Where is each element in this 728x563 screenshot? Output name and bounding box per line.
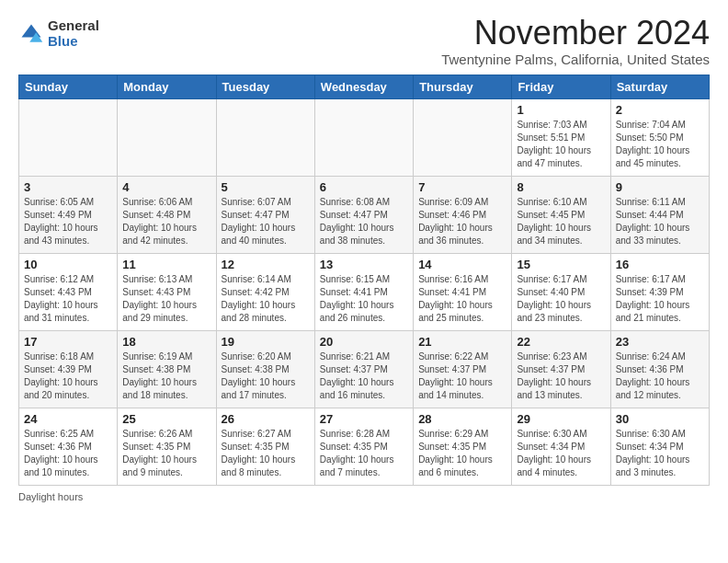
day-info: Sunrise: 6:10 AM Sunset: 4:45 PM Dayligh… [517, 196, 605, 247]
day-number: 12 [222, 258, 310, 271]
calendar-cell: 6Sunrise: 6:08 AM Sunset: 4:47 PM Daylig… [314, 176, 413, 253]
calendar-cell: 29Sunrise: 6:30 AM Sunset: 4:34 PM Dayli… [512, 408, 610, 485]
day-info: Sunrise: 6:30 AM Sunset: 4:34 PM Dayligh… [616, 428, 704, 479]
day-info: Sunrise: 6:07 AM Sunset: 4:47 PM Dayligh… [222, 196, 310, 247]
day-info: Sunrise: 6:28 AM Sunset: 4:35 PM Dayligh… [320, 428, 408, 479]
day-info: Sunrise: 6:23 AM Sunset: 4:37 PM Dayligh… [517, 350, 605, 402]
day-info: Sunrise: 6:20 AM Sunset: 4:38 PM Dayligh… [222, 350, 310, 402]
day-number: 11 [122, 258, 210, 271]
day-number: 7 [418, 180, 506, 194]
calendar-cell [414, 98, 512, 176]
day-info: Sunrise: 6:16 AM Sunset: 4:41 PM Dayligh… [418, 273, 506, 325]
day-number: 3 [24, 180, 112, 194]
calendar-cell: 1Sunrise: 7:03 AM Sunset: 5:51 PM Daylig… [512, 98, 610, 176]
day-number: 28 [418, 412, 506, 426]
calendar-cell: 28Sunrise: 6:29 AM Sunset: 4:35 PM Dayli… [414, 408, 512, 485]
day-info: Sunrise: 6:08 AM Sunset: 4:47 PM Dayligh… [320, 196, 408, 247]
day-number: 2 [616, 103, 704, 117]
day-number: 5 [222, 180, 310, 194]
calendar-cell [216, 98, 314, 176]
day-number: 15 [517, 258, 605, 271]
day-info: Sunrise: 6:15 AM Sunset: 4:41 PM Dayligh… [320, 273, 408, 325]
day-info: Sunrise: 6:30 AM Sunset: 4:34 PM Dayligh… [517, 428, 605, 479]
calendar-cell: 24Sunrise: 6:25 AM Sunset: 4:36 PM Dayli… [19, 408, 118, 485]
day-info: Sunrise: 6:13 AM Sunset: 4:43 PM Dayligh… [122, 273, 210, 325]
title-area: November 2024 Twentynine Palms, Californ… [441, 15, 710, 67]
calendar-cell: 13Sunrise: 6:15 AM Sunset: 4:41 PM Dayli… [314, 253, 413, 330]
day-number: 16 [616, 258, 704, 271]
column-header-saturday: Saturday [610, 75, 709, 98]
day-number: 30 [616, 412, 704, 426]
day-number: 29 [517, 412, 605, 426]
day-info: Sunrise: 6:18 AM Sunset: 4:39 PM Dayligh… [24, 350, 112, 402]
month-title: November 2024 [441, 15, 710, 52]
week-row-2: 3Sunrise: 6:05 AM Sunset: 4:49 PM Daylig… [19, 176, 710, 253]
week-row-4: 17Sunrise: 6:18 AM Sunset: 4:39 PM Dayli… [19, 330, 710, 408]
day-number: 13 [320, 258, 408, 271]
day-info: Sunrise: 6:11 AM Sunset: 4:44 PM Dayligh… [616, 196, 704, 247]
day-info: Sunrise: 7:04 AM Sunset: 5:50 PM Dayligh… [616, 119, 704, 170]
day-number: 26 [222, 412, 310, 426]
week-row-1: 1Sunrise: 7:03 AM Sunset: 5:51 PM Daylig… [19, 98, 710, 176]
calendar-cell [19, 98, 118, 176]
day-info: Sunrise: 6:05 AM Sunset: 4:49 PM Dayligh… [24, 196, 112, 247]
day-info: Sunrise: 6:17 AM Sunset: 4:40 PM Dayligh… [517, 273, 605, 325]
column-header-wednesday: Wednesday [314, 75, 413, 98]
day-number: 17 [24, 335, 112, 349]
calendar-cell: 22Sunrise: 6:23 AM Sunset: 4:37 PM Dayli… [512, 330, 610, 408]
day-info: Sunrise: 6:24 AM Sunset: 4:36 PM Dayligh… [616, 350, 704, 402]
calendar-cell: 2Sunrise: 7:04 AM Sunset: 5:50 PM Daylig… [610, 98, 709, 176]
calendar-cell: 26Sunrise: 6:27 AM Sunset: 4:35 PM Dayli… [216, 408, 314, 485]
calendar-cell: 15Sunrise: 6:17 AM Sunset: 4:40 PM Dayli… [512, 253, 610, 330]
calendar-cell: 23Sunrise: 6:24 AM Sunset: 4:36 PM Dayli… [610, 330, 709, 408]
calendar-cell: 18Sunrise: 6:19 AM Sunset: 4:38 PM Dayli… [118, 330, 216, 408]
logo-text: General Blue [48, 18, 99, 49]
week-row-5: 24Sunrise: 6:25 AM Sunset: 4:36 PM Dayli… [19, 408, 710, 485]
day-info: Sunrise: 6:09 AM Sunset: 4:46 PM Dayligh… [418, 196, 506, 247]
calendar-cell: 14Sunrise: 6:16 AM Sunset: 4:41 PM Dayli… [414, 253, 512, 330]
column-header-monday: Monday [118, 75, 216, 98]
day-info: Sunrise: 7:03 AM Sunset: 5:51 PM Dayligh… [517, 119, 605, 170]
calendar-cell: 20Sunrise: 6:21 AM Sunset: 4:37 PM Dayli… [314, 330, 413, 408]
day-info: Sunrise: 6:17 AM Sunset: 4:39 PM Dayligh… [616, 273, 704, 325]
day-number: 18 [122, 335, 210, 349]
day-number: 10 [24, 258, 112, 271]
day-number: 19 [222, 335, 310, 349]
day-number: 8 [517, 180, 605, 194]
calendar-cell: 30Sunrise: 6:30 AM Sunset: 4:34 PM Dayli… [610, 408, 709, 485]
day-info: Sunrise: 6:14 AM Sunset: 4:42 PM Dayligh… [222, 273, 310, 325]
calendar-cell [118, 98, 216, 176]
day-info: Sunrise: 6:29 AM Sunset: 4:35 PM Dayligh… [418, 428, 506, 479]
page: General Blue November 2024 Twentynine Pa… [0, 0, 728, 511]
day-number: 20 [320, 335, 408, 349]
calendar-cell: 25Sunrise: 6:26 AM Sunset: 4:35 PM Dayli… [118, 408, 216, 485]
day-number: 27 [320, 412, 408, 426]
day-number: 14 [418, 258, 506, 271]
calendar-cell: 12Sunrise: 6:14 AM Sunset: 4:42 PM Dayli… [216, 253, 314, 330]
day-number: 1 [517, 103, 605, 117]
calendar-header-row: SundayMondayTuesdayWednesdayThursdayFrid… [19, 75, 710, 98]
day-number: 24 [24, 412, 112, 426]
day-number: 4 [122, 180, 210, 194]
day-info: Sunrise: 6:21 AM Sunset: 4:37 PM Dayligh… [320, 350, 408, 402]
day-number: 9 [616, 180, 704, 194]
calendar-cell: 3Sunrise: 6:05 AM Sunset: 4:49 PM Daylig… [19, 176, 118, 253]
calendar-cell: 5Sunrise: 6:07 AM Sunset: 4:47 PM Daylig… [216, 176, 314, 253]
day-number: 22 [517, 335, 605, 349]
day-info: Sunrise: 6:26 AM Sunset: 4:35 PM Dayligh… [122, 428, 210, 479]
day-info: Sunrise: 6:27 AM Sunset: 4:35 PM Dayligh… [222, 428, 310, 479]
logo-general-label: General [48, 18, 99, 34]
calendar-cell: 19Sunrise: 6:20 AM Sunset: 4:38 PM Dayli… [216, 330, 314, 408]
location: Twentynine Palms, California, United Sta… [441, 52, 710, 67]
day-info: Sunrise: 6:22 AM Sunset: 4:37 PM Dayligh… [418, 350, 506, 402]
footer-note: Daylight hours [18, 491, 710, 502]
calendar-cell: 9Sunrise: 6:11 AM Sunset: 4:44 PM Daylig… [610, 176, 709, 253]
column-header-friday: Friday [512, 75, 610, 98]
header: General Blue November 2024 Twentynine Pa… [18, 15, 710, 67]
calendar-cell: 10Sunrise: 6:12 AM Sunset: 4:43 PM Dayli… [19, 253, 118, 330]
calendar-cell: 17Sunrise: 6:18 AM Sunset: 4:39 PM Dayli… [19, 330, 118, 408]
day-number: 23 [616, 335, 704, 349]
logo: General Blue [18, 18, 99, 49]
day-number: 21 [418, 335, 506, 349]
column-header-sunday: Sunday [19, 75, 118, 98]
